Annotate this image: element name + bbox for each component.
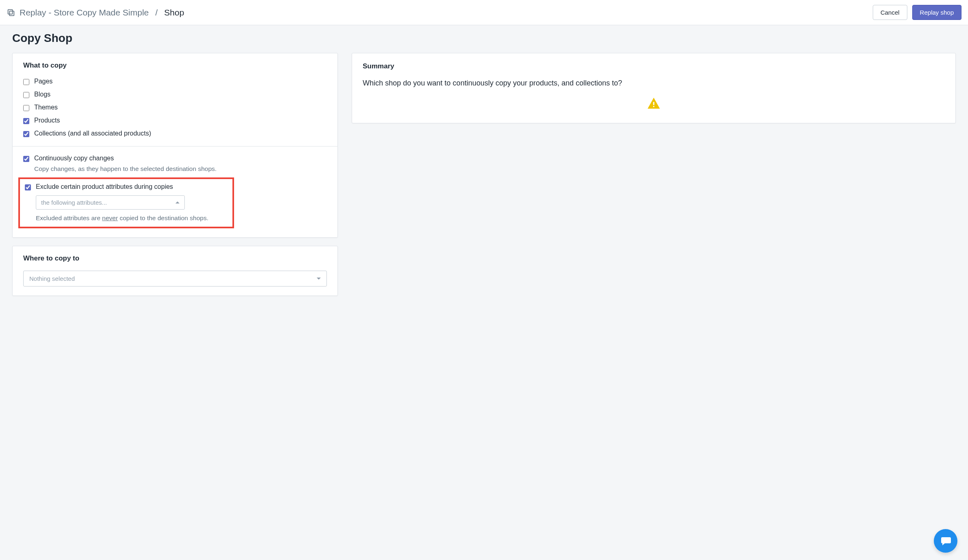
checkbox-label-exclude: Exclude certain product attributes durin… — [36, 183, 173, 190]
checkbox-collections[interactable] — [23, 131, 29, 137]
exclude-note-pre: Excluded attributes are — [36, 214, 102, 221]
svg-rect-2 — [653, 102, 655, 105]
app-icon — [7, 8, 15, 17]
checkbox-row-collections: Collections (and all associated products… — [23, 130, 327, 137]
replay-shop-button[interactable]: Replay shop — [912, 5, 961, 20]
checkbox-themes[interactable] — [23, 105, 29, 111]
exclude-highlight-box: Exclude certain product attributes durin… — [18, 177, 234, 228]
cancel-button[interactable]: Cancel — [873, 5, 907, 20]
summary-heading: Summary — [363, 62, 945, 70]
caret-down-icon — [317, 278, 321, 280]
checkbox-row-pages: Pages — [23, 78, 327, 85]
checkbox-label-continuous: Continuously copy changes — [34, 155, 114, 162]
where-to-copy-heading: Where to copy to — [23, 254, 327, 262]
breadcrumb: Replay - Store Copy Made Simple / Shop — [7, 8, 184, 18]
exclude-note: Excluded attributes are never copied to … — [36, 214, 229, 222]
header-actions: Cancel Replay shop — [873, 5, 961, 20]
checkbox-products[interactable] — [23, 118, 29, 124]
checkbox-exclude[interactable] — [25, 184, 31, 190]
checkbox-row-themes: Themes — [23, 104, 327, 111]
svg-rect-3 — [653, 106, 655, 107]
page-title: Copy Shop — [12, 32, 956, 45]
checkbox-label-collections: Collections (and all associated products… — [34, 130, 151, 137]
summary-text: Which shop do you want to continuously c… — [363, 78, 945, 89]
checkbox-label-pages: Pages — [34, 78, 53, 85]
continuous-help-text: Copy changes, as they happen to the sele… — [34, 165, 327, 173]
what-to-copy-heading: What to copy — [23, 61, 327, 70]
svg-rect-1 — [9, 11, 14, 15]
checkbox-row-blogs: Blogs — [23, 91, 327, 98]
svg-rect-0 — [8, 9, 13, 14]
checkbox-label-blogs: Blogs — [34, 91, 50, 98]
checkbox-row-products: Products — [23, 117, 327, 124]
warning-icon — [646, 106, 661, 112]
what-to-copy-card: What to copy Pages Blogs Themes — [12, 53, 338, 238]
exclude-note-underline: never — [102, 214, 118, 221]
breadcrumb-app-name[interactable]: Replay - Store Copy Made Simple — [20, 8, 149, 18]
checkbox-label-products: Products — [34, 117, 60, 124]
checkbox-blogs[interactable] — [23, 92, 29, 98]
checkbox-continuous[interactable] — [23, 156, 29, 162]
exclude-attributes-select[interactable]: the following attributes... — [36, 195, 185, 210]
checkbox-pages[interactable] — [23, 79, 29, 85]
exclude-attributes-placeholder: the following attributes... — [41, 199, 107, 206]
breadcrumb-separator: / — [153, 8, 160, 18]
checkbox-row-exclude: Exclude certain product attributes durin… — [25, 183, 229, 190]
checkbox-row-continuous: Continuously copy changes — [23, 155, 327, 162]
exclude-note-post: copied to the destination shops. — [118, 214, 208, 221]
where-to-copy-card: Where to copy to Nothing selected — [12, 246, 338, 296]
destination-select[interactable]: Nothing selected — [23, 271, 327, 287]
caret-up-icon — [175, 201, 180, 203]
page-body: Copy Shop What to copy Pages Blogs — [0, 25, 968, 320]
checkbox-label-themes: Themes — [34, 104, 58, 111]
destination-placeholder: Nothing selected — [29, 275, 75, 282]
breadcrumb-current: Shop — [164, 8, 184, 18]
warning-wrap — [363, 96, 945, 112]
page-header: Replay - Store Copy Made Simple / Shop C… — [0, 0, 968, 25]
summary-card: Summary Which shop do you want to contin… — [352, 53, 956, 123]
